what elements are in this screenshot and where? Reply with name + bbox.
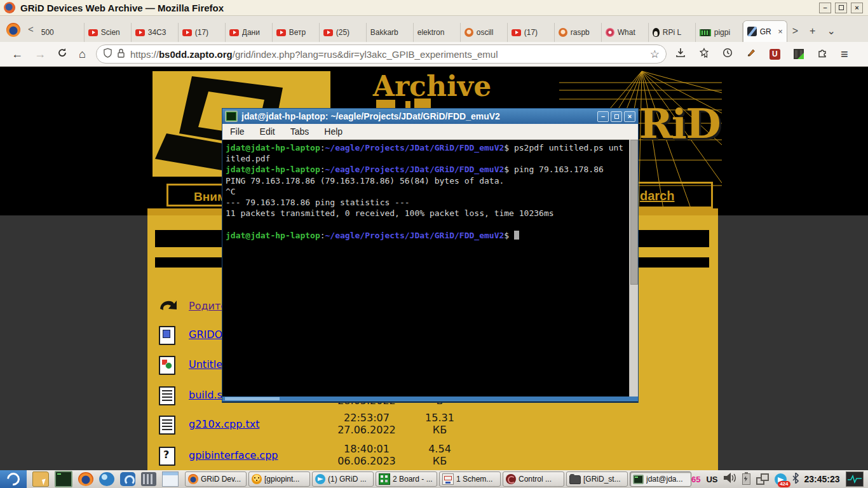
terminal-window[interactable]: jdat@jdat-hp-laptop: ~/eagle/Projects/JD… bbox=[222, 108, 639, 403]
menu-hamburger-icon[interactable]: ≡ bbox=[841, 47, 848, 62]
file-row: gpibinterface.cpp18:40:0106.06.20234.54К… bbox=[147, 447, 718, 470]
terminal-launcher-icon[interactable] bbox=[55, 471, 72, 487]
scrollbar-thumb[interactable] bbox=[630, 140, 638, 285]
tab-close-icon[interactable]: × bbox=[778, 27, 783, 36]
library-icon[interactable] bbox=[699, 48, 709, 60]
browser-tab[interactable]: Ветр bbox=[273, 23, 320, 42]
terminal-maximize-button[interactable] bbox=[611, 111, 622, 122]
tray-indicator-number[interactable]: 65 bbox=[691, 475, 700, 484]
calculator-launcher-icon[interactable] bbox=[141, 472, 156, 486]
taskbar-window-button[interactable]: [gpiopint... bbox=[248, 471, 310, 487]
taskbar-window-button[interactable]: jdat@jda... bbox=[630, 471, 691, 487]
browser-tab[interactable]: (17) bbox=[508, 23, 555, 42]
show-desktop-icon[interactable] bbox=[162, 471, 179, 487]
prompt-user: jdat@jdat-hp-laptop bbox=[226, 143, 320, 152]
back-button[interactable]: ← bbox=[11, 48, 23, 61]
browser-tab[interactable]: raspb bbox=[555, 23, 602, 42]
taskbar-window-button[interactable]: 2 Board - ... bbox=[376, 471, 437, 487]
terminal-hscroll-thumb[interactable] bbox=[225, 397, 280, 400]
firefox-logo-icon[interactable] bbox=[6, 23, 20, 37]
terminal-menu-file[interactable]: File bbox=[230, 126, 245, 137]
terminal-titlebar[interactable]: jdat@jdat-hp-laptop: ~/eagle/Projects/JD… bbox=[222, 109, 638, 124]
network-icon[interactable] bbox=[756, 473, 769, 485]
output-text: itled.pdf bbox=[226, 154, 270, 163]
file-manager-launcher-icon[interactable] bbox=[32, 471, 49, 487]
telegram-tray-icon[interactable]: 424 bbox=[775, 473, 787, 485]
taskbar-window-button[interactable]: GRiD Dev... bbox=[185, 471, 247, 487]
system-monitor-icon[interactable] bbox=[846, 471, 864, 487]
download-icon[interactable] bbox=[675, 48, 686, 60]
browser-tab[interactable]: (25) bbox=[320, 23, 367, 42]
file-link[interactable]: Untitle bbox=[189, 358, 222, 370]
browser-tab[interactable]: elektron bbox=[414, 23, 461, 42]
url-text[interactable]: https://bs0dd.zapto.org/grid/index.php?l… bbox=[130, 49, 650, 60]
extensions-puzzle-icon[interactable] bbox=[817, 48, 827, 60]
tab-scroll-left-icon[interactable]: < bbox=[28, 24, 34, 34]
browser-tab[interactable]: Bakkarb bbox=[367, 23, 414, 42]
browser-tab[interactable]: RPi L bbox=[649, 23, 696, 42]
tab-label: (17) bbox=[524, 28, 550, 37]
shield-icon[interactable] bbox=[103, 48, 112, 60]
firefox-launcher-icon[interactable] bbox=[78, 472, 93, 486]
tab-scroll-right-icon[interactable]: > bbox=[792, 25, 798, 37]
clock[interactable]: 23:45:23 bbox=[804, 474, 840, 484]
task-button-area: GRiD Dev...[gpiopint...(1) GRiD ...2 Boa… bbox=[185, 471, 691, 487]
ublock-icon[interactable]: U bbox=[770, 49, 780, 60]
youtube-icon bbox=[182, 29, 192, 36]
browser-tab[interactable]: (17) bbox=[179, 23, 226, 42]
file-link[interactable]: GRIDO bbox=[189, 329, 222, 341]
browser-tab[interactable]: Scien bbox=[85, 23, 132, 42]
browser-launcher-icon[interactable] bbox=[120, 472, 135, 486]
file-link[interactable]: gpibinterface.cpp bbox=[189, 449, 278, 461]
window-titlebar: GRiD Devices Web Archive — Mozilla Firef… bbox=[0, 0, 868, 16]
browser-tab[interactable]: What bbox=[602, 23, 649, 42]
window-maximize-button[interactable] bbox=[835, 3, 847, 13]
maximize-icon bbox=[614, 114, 619, 119]
bookmark-star-icon[interactable]: ☆ bbox=[650, 48, 660, 61]
bluetooth-icon[interactable] bbox=[792, 473, 799, 486]
new-tab-button[interactable]: + bbox=[810, 25, 815, 37]
url-bar[interactable]: https://bs0dd.zapto.org/grid/index.php?l… bbox=[96, 44, 667, 64]
volume-icon[interactable] bbox=[724, 473, 736, 485]
tab-dropdown-icon[interactable]: ⌄ bbox=[827, 25, 835, 37]
tab-label: What bbox=[618, 28, 644, 37]
browser-tab[interactable]: 34C3 bbox=[132, 23, 179, 42]
taskbar-button-label: jdat@jda... bbox=[646, 475, 683, 484]
home-button[interactable]: ⌂ bbox=[79, 48, 86, 61]
file-size: 4.54КБ bbox=[414, 443, 465, 467]
file-link[interactable]: g210x.cpp.txt bbox=[189, 418, 259, 430]
forward-button[interactable]: → bbox=[34, 48, 46, 61]
terminal-minimize-button[interactable]: – bbox=[597, 111, 609, 122]
browser-tab[interactable]: oscill bbox=[461, 23, 508, 42]
file-link[interactable]: build.s bbox=[189, 389, 222, 401]
pen-extension-icon[interactable] bbox=[746, 48, 756, 60]
reload-button[interactable] bbox=[57, 48, 67, 61]
terminal-console[interactable]: jdat@jdat-hp-laptop:~/eagle/Projects/JDa… bbox=[222, 140, 629, 396]
taskbar-window-button[interactable]: [GRiD_st... bbox=[566, 471, 628, 487]
thunderbird-launcher-icon[interactable] bbox=[99, 472, 114, 486]
terminal-menu-help[interactable]: Help bbox=[324, 126, 342, 137]
app-menu-button[interactable] bbox=[0, 470, 27, 488]
terminal-scrollbar[interactable] bbox=[629, 140, 638, 396]
terminal-menu-edit[interactable]: Edit bbox=[260, 126, 275, 137]
taskbar-window-button[interactable]: (1) GRiD ... bbox=[312, 471, 374, 487]
taskbar-window-button[interactable]: 1 Schem... bbox=[439, 471, 501, 487]
battery-icon[interactable] bbox=[742, 473, 750, 485]
tab-label: pigpi bbox=[714, 28, 738, 37]
youtube-icon bbox=[88, 29, 98, 36]
lock-icon[interactable] bbox=[117, 48, 125, 60]
terminal-close-button[interactable]: × bbox=[624, 111, 635, 122]
window-minimize-button[interactable]: – bbox=[819, 3, 831, 13]
browser-tab[interactable]: Дани bbox=[226, 23, 273, 42]
banner-subtitle-fragment bbox=[405, 101, 410, 108]
telegram-icon bbox=[315, 474, 325, 484]
grid-extension-icon[interactable] bbox=[794, 49, 804, 59]
window-close-button[interactable]: × bbox=[851, 3, 863, 13]
taskbar-window-button[interactable]: Control ... bbox=[503, 471, 564, 487]
keyboard-layout-indicator[interactable]: US bbox=[706, 475, 717, 484]
browser-tab[interactable]: GR× bbox=[743, 20, 787, 42]
history-clock-icon[interactable] bbox=[722, 48, 733, 60]
browser-tab[interactable]: 500 bbox=[37, 23, 85, 42]
terminal-menu-tabs[interactable]: Tabs bbox=[290, 126, 309, 137]
browser-tab[interactable]: pigpi bbox=[696, 23, 743, 42]
